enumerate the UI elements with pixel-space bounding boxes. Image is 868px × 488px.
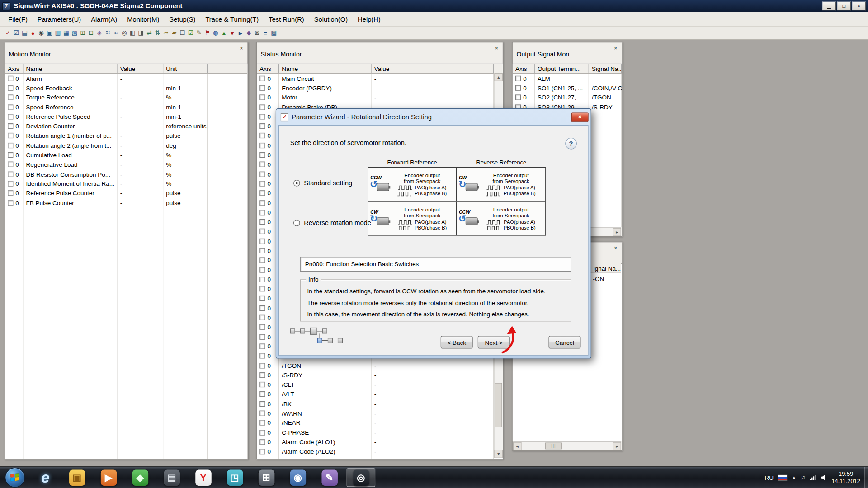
table-row[interactable]: 0/WARN- [257,408,503,418]
radio-reverse-rotation-mode[interactable] [293,220,300,226]
clock[interactable]: 19:59 14.11.2012 [831,470,860,485]
hidden-icons-button[interactable]: ▲ [792,475,796,480]
row-checkbox[interactable] [8,171,13,177]
scroll-left-icon[interactable]: ◄ [513,442,521,450]
row-checkbox[interactable] [259,430,265,435]
menu-parameters-u[interactable]: Parameters(U) [33,13,86,25]
language-indicator[interactable]: RU [765,474,774,481]
row-checkbox[interactable] [259,296,265,301]
chart-icon[interactable]: ▰ [170,28,178,38]
row-checkbox[interactable] [259,200,265,206]
checklist-icon[interactable]: ☑ [187,28,195,38]
table-row[interactable]: 0Speed Feedback-min-1 [5,83,247,93]
table-row[interactable]: 0C-PHASE- [257,428,503,437]
row-checkbox[interactable] [8,75,13,81]
row-checkbox[interactable] [8,190,13,196]
row-checkbox[interactable] [259,229,265,234]
transfer-icon[interactable]: ⇄ [145,28,153,38]
report-icon[interactable]: ▱ [162,28,170,38]
back-button[interactable]: < Back [441,336,473,348]
row-checkbox[interactable] [259,267,265,272]
row-checkbox[interactable] [259,133,265,138]
menu-help-h[interactable]: Help(H) [353,13,386,25]
remove-view-icon[interactable]: ⊟ [87,28,95,38]
table-row[interactable]: 0Speed Reference-min-1 [5,102,247,112]
taskbar-notes-app[interactable]: ◳ [220,468,249,487]
row-checkbox[interactable] [259,104,265,110]
table-row[interactable]: 0Regenerative Load-% [5,160,247,169]
taskbar-media-player[interactable]: ▶ [94,468,123,487]
row-checkbox[interactable] [259,123,265,129]
row-checkbox[interactable] [8,123,13,129]
menu-trace-tuning-t[interactable]: Trace & Tuning(T) [200,13,264,25]
row-checkbox[interactable] [259,411,265,416]
table-row[interactable]: 0Reference Pulse Counter-pulse [5,188,247,198]
table-row[interactable]: 0/BK- [257,399,503,408]
scroll-right-icon[interactable]: ► [613,442,621,450]
table-row[interactable]: 0Reference Pulse Speed-min-1 [5,112,247,122]
row-checkbox[interactable] [8,162,13,167]
table-row[interactable]: 0Alarm Code (ALO1)- [257,437,503,447]
parameters-icon[interactable]: ▤ [20,28,28,38]
dialog-titlebar[interactable]: ✓ Parameter Wizard - Rotational Directio… [278,109,589,125]
grid-icon[interactable]: ▩ [269,28,278,38]
close-icon[interactable]: × [612,44,619,52]
taskbar-file-explorer[interactable]: ▣ [62,468,91,487]
table-row[interactable]: 0Cumulative Load-% [5,150,247,160]
row-checkbox[interactable] [8,200,13,206]
table-row[interactable]: 0SO1 (CN1-25, .../COIN,/V-C... [513,83,622,93]
table-row[interactable]: 0Torque Reference-% [5,93,247,102]
row-checkbox[interactable] [8,114,13,119]
up-icon[interactable]: ▲ [220,28,228,38]
taskbar-sigmawin-app[interactable]: ◎ [347,468,376,487]
right-pane-icon[interactable]: ◨ [137,28,145,38]
start-button[interactable] [5,468,25,488]
row-checkbox[interactable] [259,114,265,119]
edit-icon[interactable]: ✎ [195,28,203,38]
row-checkbox[interactable] [515,95,521,100]
row-checkbox[interactable] [259,286,265,291]
flag-icon[interactable]: ⚑ [203,28,211,38]
row-checkbox[interactable] [259,152,265,158]
table-row[interactable]: 0/TGON- [257,361,503,370]
tuning-icon[interactable]: ◆ [245,28,253,38]
row-checkbox[interactable] [8,85,13,90]
close-view-icon[interactable]: ⊠ [253,28,261,38]
taskbar-yandex-browser[interactable]: Y [189,468,218,487]
system-monitor-icon[interactable]: ▣ [45,28,53,38]
row-checkbox[interactable] [259,363,265,368]
row-checkbox[interactable] [259,324,265,330]
help-button[interactable]: ? [565,138,577,150]
row-checkbox[interactable] [259,219,265,225]
scope-icon[interactable]: ◎ [120,28,128,38]
table-row[interactable]: 0Rotation angle 1 (number of p...-pulse [5,131,247,141]
menu-monitor-m[interactable]: Monitor(M) [122,13,164,25]
taskbar-internet-explorer[interactable]: e [31,468,60,487]
next-button[interactable]: Next > [478,336,510,348]
status-monitor-icon[interactable]: ▦ [62,28,70,38]
window-titlebar[interactable]: Σ SigmaWin+ AXIS#0 : SGDH-04AE Sigma2 Co… [0,0,868,12]
row-checkbox[interactable] [8,95,13,100]
show-desktop-button[interactable] [864,467,868,488]
radio-option-reverse-rotation-mode[interactable]: Reverse rotation mode [293,219,371,227]
row-checkbox[interactable] [259,258,265,263]
trace-wave-icon[interactable]: ≋ [104,28,112,38]
table-row[interactable]: 0/VLT- [257,389,503,399]
network-icon[interactable] [810,475,816,480]
row-checkbox[interactable] [259,190,265,196]
row-checkbox[interactable] [8,181,13,186]
table-row[interactable]: 0FB Pulse Counter-pulse [5,198,247,207]
table-row[interactable]: 0Main Circuit- [257,74,503,83]
table-row[interactable]: 0Motor- [257,93,503,102]
taskbar-calculator[interactable]: ⊞ [252,468,281,487]
row-checkbox[interactable] [259,162,265,167]
table-row[interactable]: 0ALM [513,74,622,83]
scroll-thumb[interactable]: ||| [545,443,562,450]
radio-option-standard-setting[interactable]: Standard setting [293,179,352,187]
horizontal-scrollbar[interactable]: ◄ ► ||| [513,441,621,450]
table-row[interactable]: 0/NEAR- [257,418,503,427]
row-checkbox[interactable] [8,104,13,110]
row-checkbox[interactable] [259,315,265,320]
table-row[interactable]: 0DB Resistor Consumption Po...-% [5,169,247,179]
row-checkbox[interactable] [259,238,265,244]
